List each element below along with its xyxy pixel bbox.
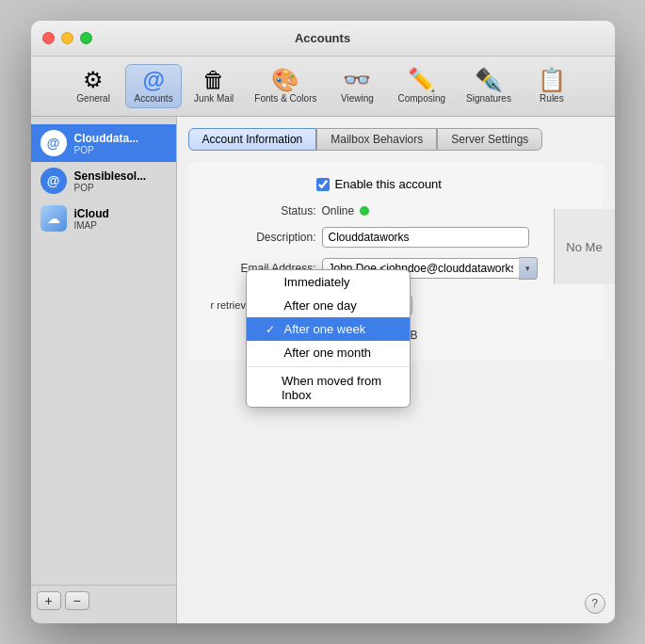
maximize-button[interactable] (80, 32, 92, 44)
rules-label: Rules (540, 93, 564, 104)
status-label: Status: (203, 204, 316, 217)
composing-label: Composing (397, 93, 445, 104)
toolbar-item-composing[interactable]: ✏️ Composing (389, 64, 454, 108)
email-dropdown-button[interactable]: ▾ (519, 257, 538, 280)
sidebar-item-icloud[interactable]: ☁ iCloud IMAP (31, 200, 176, 237)
sidebar: @ Clouddata... POP @ Sensiblesol... POP … (31, 117, 177, 623)
description-input[interactable] (322, 227, 529, 248)
toolbar-item-viewing[interactable]: 👓 Viewing (329, 64, 385, 108)
junk-icon: 🗑 (202, 69, 225, 91)
option-immediately[interactable]: Immediately (247, 270, 410, 294)
toolbar: ⚙ General @ Accounts 🗑 Junk Mail 🎨 Fonts… (31, 56, 615, 117)
enable-label: Enable this account (335, 177, 442, 191)
remove-account-button[interactable]: − (65, 591, 89, 610)
fonts-label: Fonts & Colors (254, 93, 316, 104)
sensiblesol-name: Sensiblesol... (74, 169, 147, 183)
help-icon: ? (591, 597, 598, 610)
toolbar-item-accounts[interactable]: @ Accounts (125, 64, 182, 108)
traffic-lights (42, 32, 92, 44)
minimize-button[interactable] (61, 32, 73, 44)
enable-row: Enable this account (316, 177, 589, 191)
clouddata-icon: @ (40, 130, 67, 156)
enable-checkbox[interactable] (316, 178, 330, 191)
tab-server-settings[interactable]: Server Settings (437, 128, 542, 151)
icloud-name: iCloud (74, 207, 109, 220)
icloud-icon: ☁ (40, 205, 67, 232)
tab-mailbox-behaviors[interactable]: Mailbox Behaviors (316, 128, 437, 151)
dropdown-popup: Immediately After one day ✓ After one we… (246, 269, 411, 408)
option-after-one-day[interactable]: After one day (247, 294, 410, 317)
clouddata-name: Clouddata... (74, 132, 139, 145)
sidebar-item-sensiblesol[interactable]: @ Sensiblesol... POP (31, 162, 176, 200)
description-row: Description: (203, 227, 589, 248)
toolbar-item-junk[interactable]: 🗑 Junk Mail (185, 64, 242, 108)
tab-bar: Account Information Mailbox Behaviors Se… (188, 128, 604, 151)
no-me-text: No Me (566, 240, 602, 254)
window-title: Accounts (295, 31, 350, 45)
titlebar: Accounts (31, 21, 615, 56)
viewing-icon: 👓 (343, 69, 371, 91)
toolbar-item-rules[interactable]: 📋 Rules (524, 64, 580, 108)
signatures-icon: ✒️ (475, 69, 503, 91)
status-dot (360, 206, 369, 216)
option-after-one-week[interactable]: ✓ After one week (247, 317, 410, 341)
composing-icon: ✏️ (408, 69, 436, 91)
signatures-label: Signatures (466, 93, 511, 104)
accounts-icon: @ (142, 69, 164, 91)
close-button[interactable] (42, 32, 55, 44)
rules-icon: 📋 (538, 69, 566, 91)
tab-account-information[interactable]: Account Information (188, 128, 317, 151)
general-icon: ⚙ (83, 69, 104, 91)
status-row: Status: Online (203, 204, 589, 217)
option-after-one-month[interactable]: After one month (247, 341, 410, 364)
help-button[interactable]: ? (585, 593, 605, 614)
add-account-button[interactable]: + (37, 591, 61, 610)
description-label: Description: (203, 231, 316, 244)
sensiblesol-icon: @ (40, 168, 67, 194)
toolbar-item-signatures[interactable]: ✒️ Signatures (458, 64, 520, 108)
status-value: Online (322, 204, 370, 217)
clouddata-type: POP (74, 145, 139, 155)
sidebar-bottom: + − (31, 585, 176, 616)
no-me-panel: No Me (554, 209, 615, 284)
toolbar-item-general[interactable]: ⚙ General (65, 64, 121, 108)
junk-label: Junk Mail (194, 93, 234, 104)
main-window: Accounts ⚙ General @ Accounts 🗑 Junk Mai… (31, 21, 615, 623)
viewing-label: Viewing (341, 93, 374, 104)
toolbar-item-fonts[interactable]: 🎨 Fonts & Colors (246, 64, 325, 108)
icloud-type: IMAP (74, 220, 109, 231)
sidebar-item-clouddata[interactable]: @ Clouddata... POP (31, 124, 176, 162)
accounts-label: Accounts (135, 93, 173, 104)
icloud-info: iCloud IMAP (74, 207, 109, 231)
clouddata-info: Clouddata... POP (74, 132, 139, 155)
sensiblesol-info: Sensiblesol... POP (74, 169, 147, 193)
general-label: General (76, 93, 110, 104)
option-moved-from-inbox[interactable]: When moved from Inbox (247, 369, 410, 407)
sensiblesol-type: POP (74, 183, 147, 193)
fonts-icon: 🎨 (271, 69, 299, 91)
checkmark-after-one-week: ✓ (266, 323, 279, 336)
dropdown-divider (247, 366, 410, 367)
